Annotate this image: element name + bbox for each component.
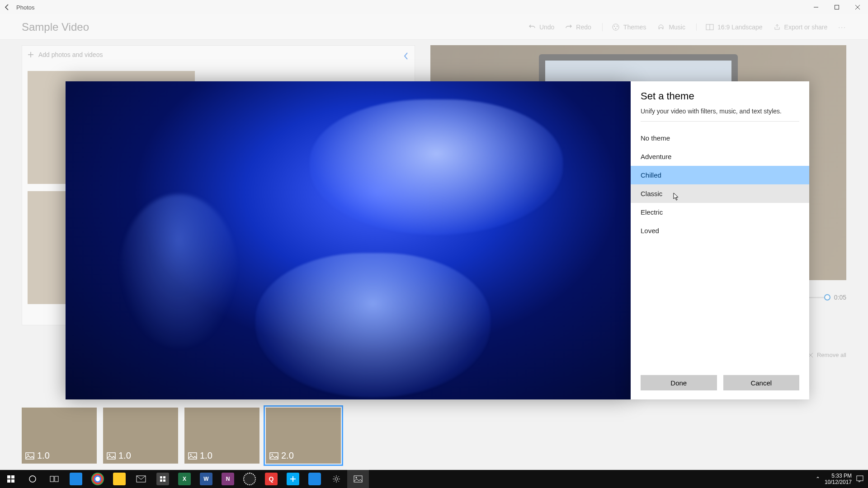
clip-duration: 2.0 [269,450,294,461]
taskbar: X W N Q ⌃ 5:33 PM 10/12/2017 [0,470,868,488]
svg-rect-18 [7,479,10,483]
theme-dialog: Set a theme Unify your video with filter… [631,81,809,399]
svg-rect-1 [835,5,839,9]
header-bar: Sample Video Undo Redo Themes Music 16:9… [0,14,868,40]
app-icon[interactable] [282,470,304,488]
svg-rect-17 [11,475,14,479]
timeline-handle[interactable] [824,294,830,300]
explorer-icon[interactable] [108,470,130,488]
svg-rect-8 [26,453,34,459]
svg-rect-21 [50,476,54,482]
app-icon[interactable] [239,470,260,488]
svg-rect-14 [270,453,278,459]
theme-dialog-subtitle: Unify your video with filters, music, an… [641,108,799,122]
cancel-button[interactable]: Cancel [723,375,800,390]
undo-label: Undo [539,23,554,31]
remove-all-label: Remove all [817,352,846,358]
svg-point-5 [615,28,616,28]
chrome-icon[interactable] [87,470,108,488]
photos-app-icon[interactable] [347,470,369,488]
undo-button[interactable]: Undo [528,23,554,31]
clock[interactable]: 5:33 PM 10/12/2017 [825,473,852,486]
remove-all-button[interactable]: Remove all [808,352,846,358]
tray-chevron-icon[interactable]: ⌃ [816,476,820,482]
svg-rect-16 [7,475,10,479]
svg-point-13 [190,454,192,455]
svg-point-30 [356,477,357,479]
svg-rect-10 [107,453,115,459]
window-controls [806,0,868,14]
svg-rect-25 [163,476,165,479]
themes-button[interactable]: Themes [602,23,646,31]
storyboard-clip[interactable]: 1.0 [103,408,178,464]
close-button[interactable] [847,0,868,14]
storyboard-clip[interactable]: 1.0 [184,408,259,464]
more-button[interactable]: ··· [838,23,846,31]
theme-preview-image [66,81,631,399]
svg-rect-24 [160,476,162,479]
theme-option-no-theme[interactable]: No theme [631,129,809,147]
edge-icon[interactable] [65,470,87,488]
end-time: 0:05 [834,294,846,301]
theme-dialog-title: Set a theme [641,90,799,102]
time: 5:33 PM [825,473,852,479]
storyboard-clip[interactable]: 2.0 [266,408,341,464]
export-label: Export or share [784,23,828,31]
theme-option-classic[interactable]: Classic [631,184,809,203]
date: 10/12/2017 [825,479,852,485]
redo-button[interactable]: Redo [565,23,591,31]
settings-icon[interactable] [326,470,347,488]
theme-option-loved[interactable]: Loved [631,221,809,240]
cortana-button[interactable] [22,470,43,488]
excel-icon[interactable]: X [174,470,195,488]
theme-option-adventure[interactable]: Adventure [631,147,809,166]
theme-option-electric[interactable]: Electric [631,203,809,221]
image-icon [269,452,278,460]
start-button[interactable] [0,470,22,488]
redo-label: Redo [576,23,591,31]
svg-point-9 [28,454,29,455]
mail-icon[interactable] [130,470,152,488]
done-button[interactable]: Done [641,375,717,390]
svg-point-11 [109,454,110,455]
add-media-button[interactable]: Add photos and videos [22,46,415,64]
svg-rect-27 [163,479,165,482]
title-bar: Photos [0,0,868,14]
svg-point-28 [335,478,338,480]
aspect-button[interactable]: 16:9 Landscape [696,23,763,31]
add-media-label: Add photos and videos [38,51,103,58]
theme-option-chilled[interactable]: Chilled [631,166,809,184]
image-icon [107,452,116,460]
svg-rect-12 [189,453,197,459]
action-center-icon[interactable] [856,475,863,483]
word-icon[interactable]: W [195,470,217,488]
system-tray[interactable]: ⌃ 5:33 PM 10/12/2017 [816,473,868,486]
storyboard-clip[interactable]: 1.0 [22,408,97,464]
image-icon [188,452,197,460]
back-button[interactable] [4,4,11,11]
svg-rect-22 [55,476,58,482]
task-view-button[interactable] [43,470,65,488]
svg-rect-31 [857,476,863,481]
clip-duration: 1.0 [107,450,131,461]
svg-rect-19 [11,479,14,483]
svg-point-2 [613,24,619,30]
store-icon[interactable] [152,470,174,488]
edge-icon[interactable] [304,470,326,488]
maximize-button[interactable] [826,0,847,14]
music-label: Music [669,23,685,31]
svg-point-4 [617,25,618,26]
music-button[interactable]: Music [657,23,685,31]
project-title: Sample Video [22,21,89,33]
collapse-panel-icon[interactable] [403,52,409,60]
clip-duration: 1.0 [188,450,212,461]
clip-duration: 1.0 [25,450,50,461]
theme-list: No themeAdventureChilledClassicElectricL… [631,126,809,240]
export-button[interactable]: Export or share [774,23,828,31]
storyboard: 1.01.01.02.0 [22,408,341,464]
svg-point-15 [272,454,273,455]
app-icon[interactable]: Q [260,470,282,488]
minimize-button[interactable] [806,0,826,14]
onenote-icon[interactable]: N [217,470,239,488]
toolbar: Undo Redo Themes Music 16:9 Landscape Ex… [528,23,846,31]
